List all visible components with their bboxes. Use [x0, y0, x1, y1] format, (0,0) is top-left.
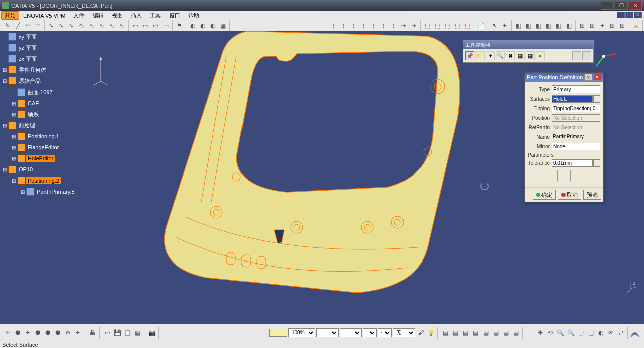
bt-v1-icon[interactable]: ▤: [441, 328, 450, 337]
palette-btn-6[interactable]: ▦: [516, 51, 525, 60]
bt-pan-icon[interactable]: ✥: [536, 328, 545, 337]
tool-filter-icon[interactable]: ⚔: [631, 21, 640, 30]
surfaces-picker-button[interactable]: [593, 95, 600, 103]
tree-node-label[interactable]: 前处理: [17, 121, 37, 130]
tool-m3-icon[interactable]: ◧: [534, 21, 543, 30]
tree-expand-icon[interactable]: ⊞: [20, 189, 25, 195]
bt-13-icon[interactable]: ▦: [133, 328, 142, 337]
bt-1-icon[interactable]: ✧: [3, 328, 12, 337]
tree-item-7[interactable]: ⊞轴系: [2, 109, 103, 120]
bt-rotate-icon[interactable]: ⟲: [546, 328, 555, 337]
tree-node-label[interactable]: 曲面.1097: [26, 88, 54, 97]
tree-expand-icon[interactable]: ⊟: [2, 78, 7, 84]
specification-tree[interactable]: xy 平面yz 平面zx 平面⊞零件几何体⊟原始产品曲面.1097⊞CAE⊞轴系…: [2, 31, 103, 197]
palette-gray-2[interactable]: [582, 51, 591, 60]
menu-insert[interactable]: 插入: [127, 11, 146, 20]
bt-light-icon[interactable]: 💡: [426, 328, 435, 337]
3d-part-model[interactable]: [146, 26, 473, 308]
tree-expand-icon[interactable]: ⊞: [11, 101, 16, 106]
tipping-field[interactable]: TippingDirection( 0: [552, 105, 600, 112]
bt-paint-icon[interactable]: 🖌: [416, 328, 425, 337]
tree-item-4[interactable]: ⊟原始产品: [2, 75, 103, 86]
palette-btn-1[interactable]: 📌: [465, 51, 474, 60]
bt-v2-icon[interactable]: ▤: [451, 328, 460, 337]
tree-item-11[interactable]: ⊞HoleEditor: [2, 153, 103, 164]
tolerance-field[interactable]: 0.01mm: [552, 159, 593, 167]
menu-start[interactable]: 开始: [1, 11, 19, 20]
menu-enovia[interactable]: ENOVIA V5 VPM: [19, 12, 69, 19]
bt-camera-icon[interactable]: 📷: [147, 328, 156, 337]
bt-9-icon[interactable]: 🖶: [88, 328, 97, 337]
close-button[interactable]: ✕: [629, 2, 642, 10]
mdi-close-button[interactable]: ✕: [634, 12, 642, 18]
tree-item-2[interactable]: zx 平面: [2, 53, 103, 64]
tool-m2-icon[interactable]: ◧: [524, 21, 533, 30]
tool-m1-icon[interactable]: ◧: [514, 21, 523, 30]
tree-item-5[interactable]: 曲面.1097: [2, 86, 103, 98]
tool-sketch-icon[interactable]: ✎: [3, 21, 12, 30]
tree-expand-icon[interactable]: ⊞: [11, 156, 16, 161]
tree-node-label[interactable]: OP10: [17, 166, 34, 173]
tool-spline2-icon[interactable]: ∿: [57, 21, 66, 30]
tool-g5-icon[interactable]: ⊞: [618, 21, 627, 30]
tree-item-12[interactable]: ⊟OP10: [2, 164, 103, 175]
mdi-restore-button[interactable]: ❐: [625, 12, 633, 18]
dialog-help-button[interactable]: ?: [584, 74, 592, 81]
tool-spline3-icon[interactable]: ∿: [67, 21, 76, 30]
tool-g4-icon[interactable]: ⊞: [608, 21, 617, 30]
menu-window[interactable]: 窗口: [165, 11, 184, 20]
palette-gray-1[interactable]: [572, 51, 581, 60]
ok-button[interactable]: 确定: [533, 190, 556, 200]
tree-node-label[interactable]: Positioning.1: [26, 133, 61, 140]
minimize-button[interactable]: —: [601, 2, 614, 10]
tool-spline5-icon[interactable]: ∿: [87, 21, 96, 30]
bt-v6-icon[interactable]: ▤: [491, 328, 500, 337]
tree-item-6[interactable]: ⊞CAE: [2, 98, 103, 109]
bt-v3-icon[interactable]: ▤: [461, 328, 470, 337]
bt-7-icon[interactable]: ⚙: [63, 328, 72, 337]
lineweight-combo[interactable]: ———: [340, 328, 362, 337]
tree-expand-icon[interactable]: ⊞: [11, 145, 16, 150]
bt-8-icon[interactable]: ✦: [73, 328, 83, 337]
bt-v7-icon[interactable]: ▤: [501, 328, 510, 337]
bt-v4-icon[interactable]: ▤: [471, 328, 480, 337]
tool-pdf-icon[interactable]: 📄: [476, 21, 486, 30]
menu-help[interactable]: 帮助: [184, 11, 203, 20]
palette-btn-2[interactable]: 📁: [475, 51, 485, 60]
tree-expand-icon[interactable]: ⊞: [11, 134, 16, 139]
palette-title[interactable]: 工具控制板: [463, 41, 593, 49]
tree-item-9[interactable]: ⊞Positioning.1: [2, 131, 103, 142]
surfaces-field[interactable]: HoleE: [552, 95, 593, 103]
bt-12-icon[interactable]: 📋: [123, 328, 132, 337]
tree-node-label[interactable]: CAE: [26, 100, 41, 107]
pt-combo[interactable]: •: [378, 328, 392, 337]
type-dropdown[interactable]: Primary: [552, 85, 600, 93]
tree-expand-icon[interactable]: ⊞: [2, 67, 7, 73]
palette-btn-8[interactable]: ●: [536, 51, 545, 60]
bt-10-icon[interactable]: ▭: [103, 328, 112, 337]
tree-node-label[interactable]: Positioning.2: [26, 177, 61, 184]
tool-m5-icon[interactable]: ◧: [554, 21, 563, 30]
bt-4-icon[interactable]: ⬢: [33, 328, 42, 337]
dialog-titlebar[interactable]: Part Position Definition ? ✕: [525, 73, 603, 82]
tolerance-spinner[interactable]: [593, 159, 600, 167]
refpartin-field[interactable]: No Selection: [552, 124, 600, 131]
tree-item-0[interactable]: xy 平面: [2, 31, 103, 42]
tool-arc-icon[interactable]: ◠: [33, 21, 42, 30]
maximize-button[interactable]: ❐: [615, 2, 628, 10]
dialog-icon-btn-2[interactable]: [558, 170, 570, 181]
bt-iso-icon[interactable]: ◫: [586, 328, 595, 337]
bt-5-icon[interactable]: ⬢: [43, 328, 52, 337]
tree-node-label[interactable]: PartInPrimary.8: [35, 188, 76, 195]
bt-fit-icon[interactable]: ⛶: [526, 328, 535, 337]
mdi-minimize-button[interactable]: —: [617, 12, 625, 18]
dialog-close-button[interactable]: ✕: [593, 74, 601, 81]
tree-item-8[interactable]: ⊟前处理: [2, 120, 103, 131]
menu-tools[interactable]: 工具: [146, 11, 165, 20]
bt-3-icon[interactable]: ✦: [23, 328, 32, 337]
dialog-icon-btn-1[interactable]: [546, 170, 558, 181]
bt-6-icon[interactable]: ⬢: [53, 328, 62, 337]
tool-spline1-icon[interactable]: ∿: [47, 21, 56, 30]
position-field[interactable]: No Selection: [552, 114, 600, 122]
bt-shade-icon[interactable]: ◐: [596, 328, 605, 337]
